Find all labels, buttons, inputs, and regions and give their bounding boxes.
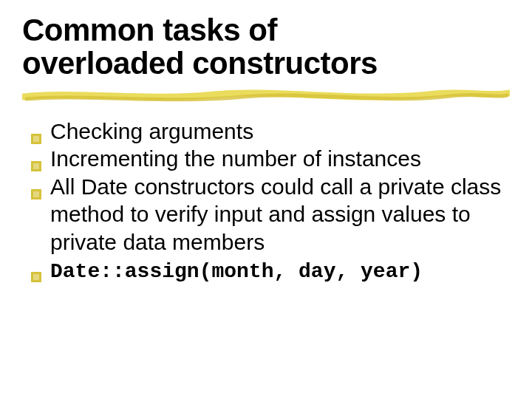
bullet-text-code: Date::assign(month, day, year) [50, 260, 423, 283]
bullet-icon [30, 124, 43, 137]
list-item: Date::assign(month, day, year) [30, 256, 510, 284]
slide: Common tasks of overloaded constructors … [0, 0, 532, 399]
svg-rect-1 [33, 136, 39, 142]
bullet-text: Incrementing the number of instances [50, 146, 421, 171]
svg-rect-7 [33, 274, 39, 280]
bullet-text: All Date constructors could call a priva… [50, 174, 501, 254]
list-item: Checking arguments [30, 117, 510, 146]
slide-title: Common tasks of overloaded constructors [22, 13, 510, 81]
title-line-2: overloaded constructors [22, 46, 378, 81]
bullet-list: Checking arguments Incrementing the numb… [22, 117, 510, 285]
bullet-icon [30, 151, 43, 165]
bullet-text: Checking arguments [50, 119, 253, 143]
list-item: Incrementing the number of instances [30, 145, 510, 173]
svg-rect-5 [33, 191, 39, 197]
list-item: All Date constructors could call a priva… [30, 173, 510, 256]
title-line-1: Common tasks of [22, 13, 277, 47]
brush-stroke-icon [22, 86, 510, 106]
bullet-icon [30, 262, 43, 276]
bullet-icon [30, 180, 43, 193]
title-underline [22, 86, 510, 104]
svg-rect-3 [33, 163, 39, 169]
